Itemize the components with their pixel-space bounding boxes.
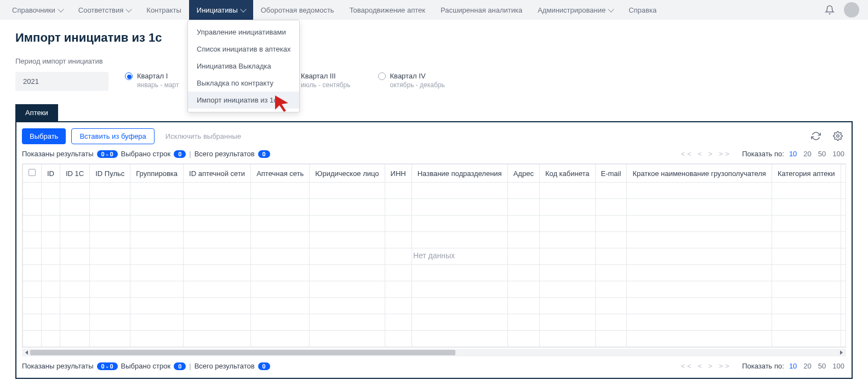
table-cell	[412, 265, 507, 281]
nav-spravka[interactable]: Справка	[621, 0, 664, 20]
table-cell	[507, 298, 539, 314]
table-cell	[184, 281, 251, 298]
nav-analitika[interactable]: Расширенная аналитика	[433, 0, 530, 20]
nav-oborotnaya[interactable]: Оборотная ведомость	[253, 0, 342, 20]
total-label: Всего результатов	[195, 362, 255, 370]
table-cell	[23, 314, 42, 331]
dropdown-item-vykladka[interactable]: Инициатива Выкладка	[188, 58, 299, 75]
col-email[interactable]: E-mail	[595, 165, 627, 183]
scrollbar-thumb[interactable]	[30, 350, 455, 355]
table-cell	[184, 232, 251, 248]
nav-initsiativy[interactable]: Инициативы	[189, 0, 253, 20]
col-kratkoe-naimen[interactable]: Краткое наименование грузополучателя	[627, 165, 772, 183]
page-size-50[interactable]: 50	[816, 362, 827, 370]
table-cell	[595, 281, 627, 298]
show-by-label: Показать по:	[742, 150, 784, 158]
col-kod-kabineta[interactable]: Код кабинета	[539, 165, 595, 183]
col-yur-lico[interactable]: Юридическое лицо	[310, 165, 385, 183]
table-cell	[627, 314, 772, 331]
scroll-left-icon[interactable]	[25, 350, 28, 355]
col-id-apt-seti[interactable]: ID аптечной сети	[184, 165, 251, 183]
col-gruppirovka[interactable]: Группировка	[130, 165, 184, 183]
table-cell	[841, 248, 846, 265]
col-apt-set[interactable]: Аптечная сеть	[251, 165, 310, 183]
page-size-100[interactable]: 100	[831, 150, 846, 158]
quarter-4[interactable]: Квартал IV октябрь - декабрь	[378, 72, 445, 89]
table-cell	[595, 215, 627, 232]
table-cell	[539, 215, 595, 232]
table-cell	[595, 248, 627, 265]
notifications-icon[interactable]	[820, 0, 840, 20]
table-cell	[627, 183, 772, 199]
table-cell	[507, 199, 539, 215]
refresh-icon[interactable]	[808, 128, 824, 144]
table-row	[23, 331, 847, 347]
table-cell	[251, 199, 310, 215]
page-size-20[interactable]: 20	[802, 150, 813, 158]
table-row	[23, 298, 847, 314]
nav-label: Инициативы	[197, 6, 238, 14]
col-kod-podrazdel[interactable]: Код подразделения	[841, 165, 846, 183]
tab-apteki[interactable]: Аптеки	[15, 104, 58, 121]
dropdown-item-spisok[interactable]: Список инициатив в аптеках	[188, 41, 299, 58]
table-cell	[539, 248, 595, 265]
col-id-1c[interactable]: ID 1C	[60, 165, 90, 183]
col-id[interactable]: ID	[42, 165, 60, 183]
col-kategoriya[interactable]: Категория аптеки	[772, 165, 841, 183]
table-cell	[90, 232, 130, 248]
table-cell	[42, 298, 60, 314]
table-cell	[251, 248, 310, 265]
table-cell	[772, 215, 841, 232]
horizontal-scrollbar[interactable]	[22, 349, 846, 356]
table-cell	[595, 331, 627, 347]
settings-icon[interactable]	[830, 128, 846, 144]
table-cell	[385, 199, 412, 215]
nav-administrirovanie[interactable]: Администрирование	[530, 0, 621, 20]
table-cell	[23, 281, 42, 298]
table-cell	[595, 265, 627, 281]
table-row	[23, 281, 847, 298]
quarter-label: Квартал IV	[390, 72, 426, 80]
dropdown-item-vykladka-kontrakt[interactable]: Выкладка по контракту	[188, 75, 299, 92]
page-size-20[interactable]: 20	[802, 362, 813, 370]
col-id-puls[interactable]: ID Пульс	[90, 165, 130, 183]
year-select[interactable]: 2021	[15, 72, 108, 91]
toolbar: Выбрать Вставить из буфера Исключить выб…	[22, 128, 846, 144]
table-cell	[539, 232, 595, 248]
col-inn[interactable]: ИНН	[385, 165, 412, 183]
paste-button[interactable]: Вставить из буфера	[71, 128, 154, 144]
table-header-row: ID ID 1C ID Пульс Группировка ID аптечно…	[23, 165, 847, 183]
page-size-10[interactable]: 10	[787, 362, 798, 370]
table-cell	[412, 183, 507, 199]
col-adres[interactable]: Адрес	[507, 165, 539, 183]
table-cell	[627, 331, 772, 347]
nav-tovarodvizhenie[interactable]: Товародвижение аптек	[342, 0, 433, 20]
table-row	[23, 314, 847, 331]
nav-label: Расширенная аналитика	[441, 6, 522, 14]
header-checkbox[interactable]	[23, 165, 42, 183]
total-value: 0	[258, 150, 270, 158]
pager-arrows[interactable]: << < > >>	[681, 362, 732, 370]
table-cell	[130, 298, 184, 314]
table-cell	[130, 314, 184, 331]
page-size-50[interactable]: 50	[816, 150, 827, 158]
table-cell	[412, 298, 507, 314]
dropdown-item-upravlenie[interactable]: Управление инициативами	[188, 24, 299, 41]
quarter-1[interactable]: Квартал I январь - март	[125, 72, 179, 89]
col-nazvanie-podr[interactable]: Название подразделения	[412, 165, 507, 183]
pager-arrows[interactable]: << < > >>	[681, 150, 732, 158]
table-cell	[130, 331, 184, 347]
table-cell	[251, 215, 310, 232]
table-cell	[595, 232, 627, 248]
nav-spravochniki[interactable]: Справочники	[4, 0, 71, 20]
table-cell	[772, 265, 841, 281]
separator: |	[189, 362, 191, 370]
page-size-100[interactable]: 100	[831, 362, 846, 370]
scroll-right-icon[interactable]	[840, 350, 843, 355]
nav-sootvetstviya[interactable]: Соответствия	[71, 0, 139, 20]
select-button[interactable]: Выбрать	[22, 128, 66, 144]
page-size-10[interactable]: 10	[787, 150, 798, 158]
table-cell	[772, 183, 841, 199]
avatar[interactable]	[844, 2, 859, 18]
nav-kontrakty[interactable]: Контракты	[139, 0, 189, 20]
